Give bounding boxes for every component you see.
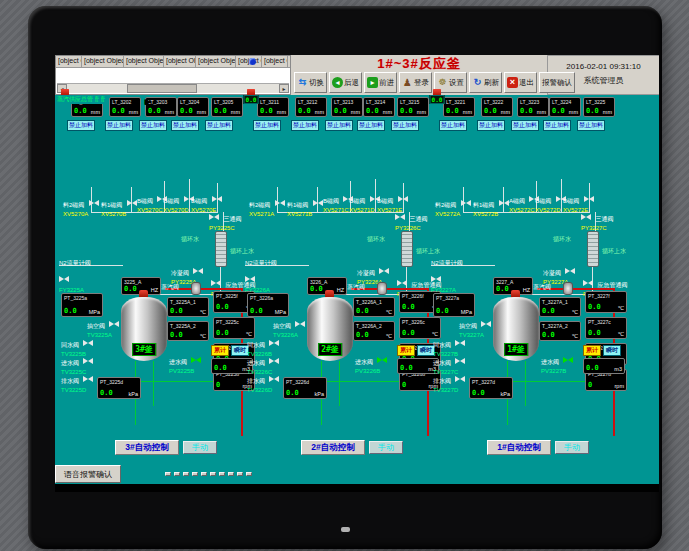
bottom-tab[interactable] [228,472,234,476]
instrument-unit: kPa [129,391,138,397]
valve-icon[interactable] [455,340,465,346]
valve-icon[interactable] [191,357,201,363]
valve-icon[interactable] [83,340,93,346]
manual-button[interactable]: 手动 [369,441,403,454]
auto-control-button[interactable]: 3#自动控制 [115,440,179,455]
valve-icon[interactable] [269,358,279,364]
valve-icon[interactable] [193,268,203,274]
toolbar-button-label: 退出 [519,78,534,88]
toolbar-button[interactable]: 前进 [364,72,397,93]
toolbar-button[interactable]: 登录 [399,72,432,93]
feed-valve-group: 料2磁阀 XV5271A [249,193,291,217]
valve-label: 料1磁阀 [473,202,494,208]
instrument-value: 0.0 [250,307,263,315]
valve-icon[interactable] [59,276,69,282]
toolbar-button[interactable]: 刷新 [469,72,502,93]
bottom-tab[interactable] [201,472,207,476]
bottom-tab[interactable] [183,472,189,476]
flow-unit-label: m3 [614,366,622,372]
valve-label: 回水阀 [433,342,451,348]
instrument-tag: PT_3227c [588,319,611,325]
bottom-tab[interactable] [246,472,252,476]
bottom-tab[interactable] [237,472,243,476]
valve-icon[interactable] [295,321,305,327]
flow-total-button[interactable]: 累计 [211,345,229,356]
valve-icon[interactable] [212,196,222,202]
flow-total-button[interactable]: 累计 [397,345,415,356]
bottom-tab[interactable] [192,472,198,476]
water-pipe [339,361,340,406]
water-valve-group: 排水阀 TV3225D [61,369,105,393]
bottom-tab[interactable] [174,472,180,476]
instrument-box: T_3226A_2 0.0 ℃ [353,321,395,341]
valve-icon[interactable] [398,196,408,202]
valve-icon[interactable] [209,214,219,220]
manual-button[interactable]: 手动 [555,441,589,454]
instrument-value: 0.0 [216,303,229,311]
monitor-bezel: [object Object][object Object][object Ob… [28,6,662,549]
valve-icon[interactable] [499,200,509,206]
water-valve-group: 排水阀 TV3227D [433,369,477,393]
feed-valve-row: 料2磁阀 XV5271A 料1磁阀 XV5271B B磁阀 [251,95,441,215]
valve-icon[interactable] [245,276,255,282]
valve-icon[interactable] [211,280,221,286]
valve-icon[interactable] [397,280,407,286]
valve-icon[interactable] [584,196,594,202]
valve-icon[interactable] [83,376,93,382]
toolbar-button[interactable]: 退出 [504,72,537,93]
valve-icon[interactable] [83,358,93,364]
seal-pot [191,282,201,295]
valve-icon[interactable] [431,276,441,282]
valve-label: 抽空阀 [459,323,477,329]
toolbar-button[interactable]: 切换 [294,72,327,93]
valve-code: PV3227B [541,368,581,374]
instrument-unit: ℃ [618,331,624,337]
valve-icon[interactable] [581,214,591,220]
instrument-box: T_3226A_1 0.0 ℃ [353,297,395,317]
scroll-right-arrow[interactable]: ▸ [279,84,289,93]
valve-icon[interactable] [565,268,575,274]
valve-icon[interactable] [455,358,465,364]
auto-control-button[interactable]: 1#自动控制 [487,440,551,455]
condense-valve-group: 冷凝阀 PY3226A [357,261,397,285]
valve-icon[interactable] [269,340,279,346]
instrument-unit: ℃ [572,309,578,315]
toolbar-button[interactable]: 后退 [329,72,362,93]
bottom-tab[interactable] [219,472,225,476]
valve-icon[interactable] [379,268,389,274]
flow-instant-button[interactable]: 瞬时 [603,345,621,356]
valve-icon[interactable] [89,200,99,206]
valve-icon[interactable] [395,214,405,220]
valve-icon[interactable] [481,321,491,327]
valve-icon[interactable] [583,280,593,286]
valve-label: B磁阀 [137,198,153,204]
toolbar-button[interactable]: 报警确认 [539,72,575,93]
valve-icon[interactable] [313,200,323,206]
valve-icon[interactable] [377,357,387,363]
valve-icon[interactable] [461,200,471,206]
valve-icon[interactable] [563,357,573,363]
bottom-tab[interactable] [210,472,216,476]
page-title: 1#~3#反应釜 [291,55,547,71]
condense-valve-group: 冷凝阀 PY3225A [171,261,211,285]
reactor-name-display: 1#釜 [504,343,528,356]
alarm-column-header: [object Object] [164,56,196,67]
flow-value: 0.0 [400,364,413,372]
valve-icon[interactable] [455,376,465,382]
auto-control-button[interactable]: 2#自动控制 [301,440,365,455]
flow-total-button[interactable]: 累计 [583,345,601,356]
seal-pot [377,282,387,295]
bottom-tab[interactable] [165,472,171,476]
valve-icon[interactable] [269,376,279,382]
valve-label: 回水阀 [247,342,265,348]
manual-button[interactable]: 手动 [183,441,217,454]
valve-icon[interactable] [275,200,285,206]
instrument-tag: PT_3227f [588,293,610,299]
voice-alarm-confirm-button[interactable]: 语音报警确认 [55,465,121,483]
scada-canvas: 氮气供应总管 ▶ 压缩空气供应总管 ▶ 循环水上水总管 ▶ 冷冻 [55,95,659,492]
scroll-thumb[interactable] [127,84,197,93]
valve-icon[interactable] [109,321,119,327]
valve-icon[interactable] [127,200,137,206]
toolbar-button-label: 切换 [309,78,324,88]
reactor-name-display: 2#釜 [318,343,342,356]
